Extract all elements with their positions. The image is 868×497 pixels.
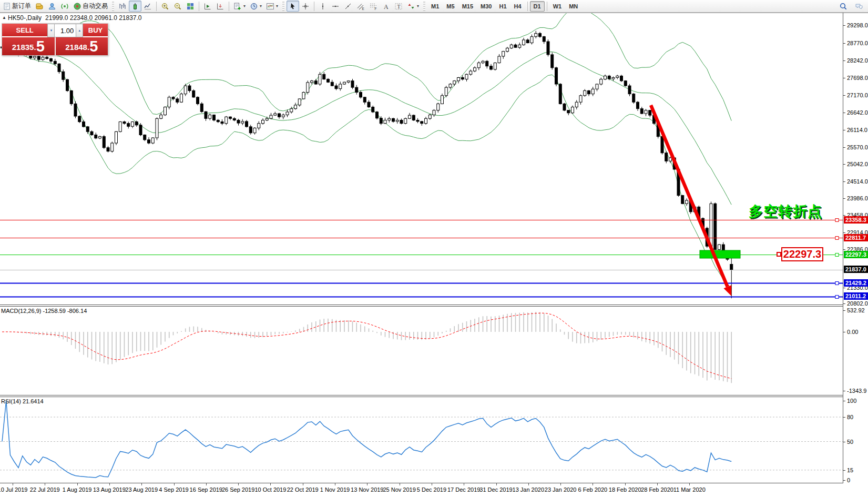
price-axis-tick: 25570.0	[847, 144, 868, 150]
text-button[interactable]: A	[380, 1, 392, 12]
date-axis-label: 18 Feb 2020	[609, 486, 641, 493]
date-axis[interactable]: 10 Jul 201922 Jul 20191 Aug 201913 Aug 2…	[0, 483, 843, 497]
fibonacci-button[interactable]: F	[367, 1, 380, 12]
wallet-icon-button[interactable]	[33, 1, 46, 12]
periods-button[interactable]: ▾	[248, 1, 264, 12]
toolbar-separator	[199, 2, 199, 11]
chart-overlays	[0, 105, 843, 299]
auto-trading-button[interactable]: 自动交易	[71, 1, 110, 12]
date-axis-label: 6 Feb 2020	[578, 486, 608, 493]
arrows-button[interactable]: ▾	[405, 1, 421, 12]
timeframe-m1-button[interactable]: M1	[427, 1, 443, 12]
buy-price-display[interactable]: 21848.5	[56, 37, 108, 55]
axis-tick-mark	[843, 198, 845, 199]
volume-input[interactable]: 1.00	[55, 24, 76, 37]
timeframe-h1-button[interactable]: H1	[495, 1, 510, 12]
cursor-button[interactable]	[287, 1, 299, 12]
axis-tick-mark	[843, 95, 845, 96]
equidistant-channel-button[interactable]: E	[354, 1, 367, 12]
date-axis-tick-mark	[560, 483, 561, 485]
volume-decrease-button[interactable]: ▼	[47, 24, 55, 37]
sell-price-display[interactable]: 21835.5	[2, 37, 55, 55]
macd-axis-tick: 0.00	[847, 329, 858, 335]
date-axis-tick-mark	[270, 483, 271, 485]
signals-button[interactable]	[58, 1, 71, 12]
toolbar-grip	[423, 2, 425, 11]
sell-button[interactable]: SELL	[2, 24, 47, 37]
axis-tick-mark	[843, 215, 845, 216]
date-axis-tick-mark	[464, 483, 464, 485]
symbol-period-label: HK50-,Daily	[8, 14, 42, 22]
date-axis-label: 1 Aug 2019	[63, 486, 92, 493]
dropdown-arrow-icon[interactable]: ▾	[260, 4, 262, 8]
date-axis-tick-mark	[238, 483, 239, 485]
new-chart-button[interactable]: ▾	[231, 1, 248, 12]
chart-area[interactable]	[0, 0, 868, 497]
date-axis-tick-mark	[13, 483, 13, 485]
rsi-axis-tick: 80	[847, 414, 853, 420]
chart-shift-button[interactable]	[214, 1, 227, 12]
axis-tick-mark	[843, 130, 845, 130]
search-button[interactable]	[837, 1, 850, 12]
timeframe-w1-button[interactable]: W1	[549, 1, 566, 12]
date-axis-tick-mark	[45, 483, 45, 485]
price-callout-label[interactable]: 22297.3	[781, 247, 823, 261]
turning-point-annotation[interactable]: 多空转折点	[749, 202, 822, 221]
timeframe-d1-button[interactable]: D1	[530, 1, 545, 12]
buy-button[interactable]: BUY	[83, 24, 108, 37]
zoom-in-button[interactable]	[159, 1, 171, 12]
arrows-icon	[407, 2, 415, 11]
crosshair-button[interactable]	[299, 1, 312, 12]
community-button[interactable]	[46, 1, 58, 12]
toolbar-separator	[314, 2, 314, 11]
date-axis-tick-mark	[625, 483, 626, 485]
toolbar-separator	[547, 2, 547, 11]
dropdown-arrow-icon[interactable]: ▾	[243, 4, 246, 8]
date-axis-tick-mark	[77, 483, 78, 485]
date-axis-label: 13 Nov 2019	[351, 486, 383, 493]
text-label-button[interactable]: T	[392, 1, 405, 12]
price-axis-tick: 24514.0	[847, 178, 868, 185]
dropdown-arrow-icon[interactable]: ▾	[417, 4, 419, 8]
timeframe-m30-button[interactable]: M30	[477, 1, 495, 12]
candlestick-chart-button[interactable]	[129, 1, 141, 12]
chart-symbol-header: HK50-,Daily21999.0 22348.0 20961.0 21837…	[8, 14, 142, 22]
newchart-icon	[233, 2, 242, 11]
price-axis-tick: 26114.0	[847, 127, 867, 133]
zoom-out-button[interactable]	[171, 1, 184, 12]
macd-indicator	[2, 312, 731, 383]
line-chart-button[interactable]	[141, 1, 154, 12]
date-axis-tick-mark	[109, 483, 110, 485]
axis-tick-mark	[843, 332, 845, 332]
price-axis-tick: 28242.0	[847, 57, 868, 64]
dropdown-arrow-icon[interactable]: ▾	[276, 4, 278, 8]
textA-icon: A	[382, 2, 390, 11]
timeframe-m15-button[interactable]: M15	[458, 1, 477, 12]
chat-button[interactable]	[853, 1, 865, 12]
templates-button[interactable]: ▾	[264, 1, 280, 12]
panel-collapse-icon[interactable]: ▲	[2, 15, 6, 20]
vertical-line-button[interactable]	[316, 1, 329, 12]
volume-increase-button[interactable]: ▲	[76, 24, 83, 37]
new-order-button[interactable]: 新订单	[1, 1, 33, 12]
callout-anchor-square[interactable]	[777, 252, 781, 257]
date-axis-tick-mark	[174, 483, 175, 485]
date-axis-tick-mark	[432, 483, 432, 485]
timeframe-h4-button[interactable]: H4	[510, 1, 525, 12]
date-axis-label: 23 Jan 2020	[545, 486, 577, 493]
auto-scroll-button[interactable]	[201, 1, 214, 12]
price-axis-badge: 22811.7	[844, 234, 868, 241]
date-axis-label: 13 Jan 2020	[513, 486, 545, 493]
rsi-indicator-label: RSI(14) 21.6414	[1, 398, 44, 404]
horizontal-line-button[interactable]	[329, 1, 342, 12]
autoscroll-icon	[203, 2, 212, 11]
date-axis-label: 31 Dec 2019	[479, 486, 512, 493]
trendline-button[interactable]	[342, 1, 354, 12]
date-axis-label: 5 Dec 2019	[417, 486, 446, 493]
timeframe-m5-button[interactable]: M5	[443, 1, 458, 12]
bar-chart-button[interactable]	[116, 1, 129, 12]
tile-windows-button[interactable]	[184, 1, 197, 12]
page-icon	[3, 2, 11, 11]
date-axis-tick-mark	[657, 483, 658, 485]
timeframe-mn-button[interactable]: MN	[565, 1, 581, 12]
